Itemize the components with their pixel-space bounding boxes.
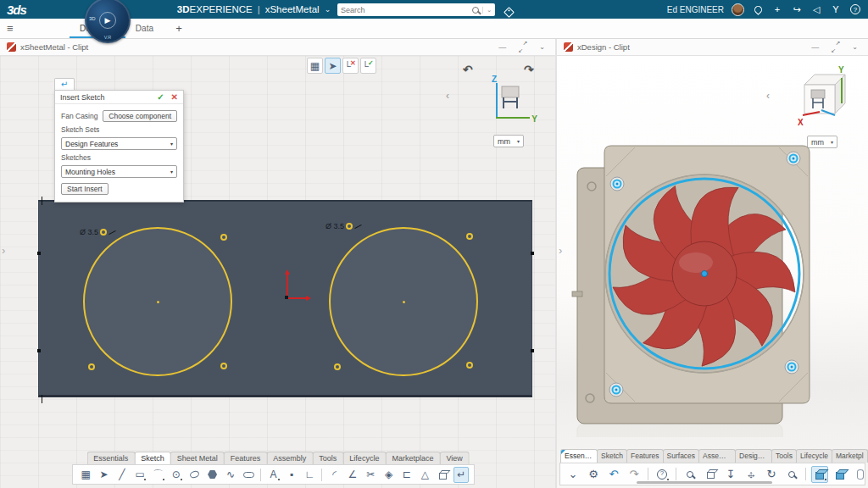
exit-sketch-cancel-icon[interactable] <box>342 58 359 74</box>
minimize-icon[interactable]: — <box>498 43 506 52</box>
sheet-metal-part[interactable]: Ø 3.5 Ø 3.5 <box>38 200 532 397</box>
menu-icon[interactable]: ≡ <box>7 23 20 34</box>
bottom-tab-lifecycle[interactable]: Lifecycle <box>796 449 832 463</box>
line-icon[interactable]: ╱ <box>114 467 130 483</box>
collapse-panel-icon[interactable]: ‹ <box>446 90 449 102</box>
point-icon[interactable]: ▪ <box>284 467 299 483</box>
edge-handle[interactable] <box>531 252 534 255</box>
app-title[interactable]: 3DEXPERIENCE | xSheetMetal ⌄ <box>177 4 331 14</box>
units-dropdown[interactable]: mm ▾ <box>493 135 524 147</box>
mounting-hole[interactable] <box>220 234 227 241</box>
insert-sketch-dialog-tab[interactable]: ↵ <box>54 78 75 90</box>
sketch-grid-icon[interactable]: ▦ <box>307 58 323 74</box>
bottom-tab-design-guidance[interactable]: Design G <box>735 449 772 463</box>
start-insert-button[interactable]: Start Insert <box>61 183 108 195</box>
search-icon[interactable] <box>472 7 479 14</box>
panel-menu-caret[interactable]: ⌄ <box>539 43 545 51</box>
cube-icon[interactable] <box>435 467 450 483</box>
fan-3d-model[interactable] <box>567 134 860 437</box>
minimize-icon[interactable]: — <box>811 43 819 52</box>
rotate-left-icon[interactable]: ↶ <box>463 63 473 76</box>
polygon-icon[interactable] <box>204 467 220 483</box>
exit-sketch-ok-icon[interactable] <box>360 58 376 74</box>
text-icon[interactable]: A <box>265 467 281 483</box>
dialog-close-icon[interactable]: ✕ <box>171 92 178 102</box>
bottom-tab-features[interactable]: Features <box>224 452 268 464</box>
corner-handle[interactable] <box>42 197 42 205</box>
corner-icon[interactable]: ∟ <box>302 467 317 483</box>
mounting-hole[interactable] <box>466 233 473 240</box>
diameter-dimension-2[interactable]: Ø 3.5 <box>326 222 362 230</box>
zoom-icon[interactable] <box>682 466 698 483</box>
avatar[interactable] <box>732 3 744 16</box>
settings-gear-icon[interactable]: ⚙ <box>585 466 602 483</box>
shaded-icon[interactable] <box>832 466 849 483</box>
ellipse-icon[interactable] <box>186 467 202 483</box>
chamfer-icon[interactable]: ∠ <box>345 467 360 483</box>
search-input[interactable] <box>341 6 472 14</box>
normal-to-icon[interactable]: ↧ <box>722 466 739 483</box>
panel-menu-caret[interactable]: ⌄ <box>852 43 858 51</box>
insert-sketch-icon[interactable]: ↵ <box>453 467 469 483</box>
expand-icon[interactable] <box>831 42 840 52</box>
swym-icon[interactable]: Y <box>830 3 842 15</box>
spline-icon[interactable]: ∿ <box>223 467 238 483</box>
trim-icon[interactable]: ✂ <box>363 467 378 483</box>
user-name[interactable]: Ed ENGINEER <box>667 5 724 14</box>
corner-handle[interactable] <box>42 395 42 403</box>
bottom-tab-essentials[interactable]: Essentials <box>86 452 135 464</box>
bottom-tab-features[interactable]: Features <box>626 449 664 463</box>
bottom-tab-view[interactable]: View <box>439 452 469 464</box>
view-cube[interactable]: Y X <box>791 64 850 127</box>
fit-view-icon[interactable] <box>702 466 719 483</box>
rotate-right-icon[interactable]: ↷ <box>524 63 534 76</box>
collapse-panel-icon[interactable]: ‹ <box>766 90 770 102</box>
render-style-icon[interactable] <box>811 466 828 483</box>
chevron-down-icon[interactable]: ⌄ <box>325 5 331 14</box>
redo-icon[interactable]: ↷ <box>626 466 643 483</box>
bottom-tab-essentials[interactable]: Essentials <box>560 449 598 463</box>
expand-tree-icon[interactable]: › <box>559 244 562 257</box>
bottom-tab-marketplace[interactable]: Marketplace <box>385 452 440 464</box>
share-arrow-icon[interactable]: ↪ <box>791 3 803 15</box>
toolbar-scrollbar[interactable] <box>637 481 772 484</box>
arc-icon[interactable]: ⌒ <box>150 467 165 483</box>
edge-handle[interactable] <box>37 349 41 352</box>
rotate-icon[interactable]: ↻ <box>763 466 780 483</box>
sketches-select[interactable]: Mounting Holes ▾ <box>61 165 177 178</box>
sketch-sets-select[interactable]: Design Features ▾ <box>61 137 177 150</box>
slot-icon[interactable] <box>241 467 256 483</box>
bottom-tab-sheet-metal[interactable]: Sheet Metal <box>170 452 225 464</box>
model-viewport[interactable]: ‹ Y X mm ▾ <box>557 56 868 488</box>
bottom-tab-sketch[interactable]: Sketch <box>597 449 627 463</box>
expand-icon[interactable] <box>518 42 527 52</box>
rectangle-icon[interactable]: ▭ <box>132 467 147 483</box>
dialog-ok-icon[interactable]: ✓ <box>157 92 164 102</box>
search-options-caret[interactable]: ⌄ <box>482 7 492 14</box>
bottom-tab-assembly[interactable]: Assembly <box>698 449 736 463</box>
sketch-grid-icon[interactable]: ▦ <box>78 467 93 483</box>
add-tab-button[interactable]: + <box>172 22 186 35</box>
project-icon[interactable]: ◈ <box>381 467 396 483</box>
bottom-tab-tools[interactable]: Tools <box>312 452 343 464</box>
mounting-hole[interactable] <box>220 363 227 369</box>
help-icon[interactable]: ? <box>849 3 861 15</box>
circle-icon[interactable]: ⊙ <box>169 467 184 483</box>
help-icon[interactable]: ? <box>654 466 670 483</box>
offset-icon[interactable]: ⊏ <box>399 467 415 483</box>
bottom-tab-lifecycle[interactable]: Lifecycle <box>342 452 386 464</box>
select-icon[interactable]: ➤ <box>96 467 111 483</box>
fillet-icon[interactable]: ◜ <box>326 467 342 483</box>
mounting-hole[interactable] <box>466 362 473 369</box>
bottom-tab-assembly[interactable]: Assembly <box>266 452 313 464</box>
bottom-tab-tools[interactable]: Tools <box>771 449 797 463</box>
mirror-icon[interactable]: △ <box>417 467 432 483</box>
cylinder-style-icon[interactable] <box>852 466 868 483</box>
orientation-preview[interactable]: Z Y <box>485 76 534 125</box>
share-pin-icon[interactable] <box>752 3 764 15</box>
pan-icon[interactable] <box>743 466 760 483</box>
sketch-origin[interactable] <box>285 296 288 299</box>
mounting-hole[interactable] <box>88 363 95 370</box>
add-icon[interactable]: + <box>771 3 783 15</box>
bottom-tab-sketch[interactable]: Sketch <box>134 452 171 464</box>
